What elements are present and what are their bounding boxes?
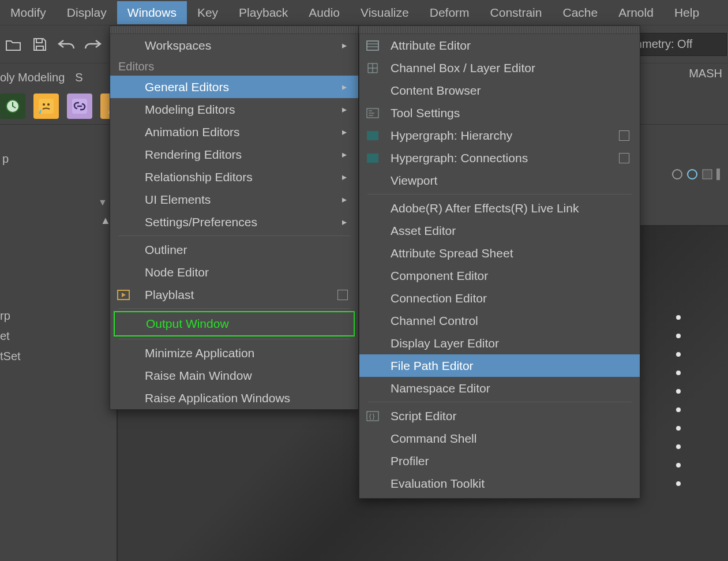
windows-menu-panel: Workspaces Editors General Editors Model… [110, 25, 359, 410]
menu-key[interactable]: Key [187, 1, 228, 24]
menu-general-editors[interactable]: General Editors [110, 76, 358, 98]
hypergraph-conn-icon [364, 149, 381, 167]
general-editors-submenu: Attribute Editor Channel Box / Layer Edi… [359, 25, 640, 499]
sub-ae-live-link[interactable]: Adobe(R) After Effects(R) Live Link [359, 197, 640, 219]
viewport-shade4-icon[interactable] [716, 169, 720, 180]
sub-tool-settings[interactable]: Tool Settings [359, 102, 640, 124]
sub-component-editor[interactable]: Component Editor [359, 264, 640, 287]
menu-relationship-editors[interactable]: Relationship Editors [110, 166, 358, 188]
submenu-label: Namespace Editor [391, 382, 490, 395]
svg-point-2 [43, 103, 45, 106]
submenu-label: Attribute Editor [391, 39, 471, 53]
submenu-label: Evaluation Toolkit [391, 477, 485, 491]
hypergraph-hierarchy-options-icon[interactable] [619, 130, 629, 141]
submenu-label: Channel Box / Layer Editor [391, 61, 535, 75]
menu-raise-main[interactable]: Raise Main Window [110, 364, 358, 387]
menu-help[interactable]: Help [664, 1, 710, 24]
menu-label: Workspaces [145, 39, 211, 53]
channel-box-icon [364, 59, 381, 77]
sub-script-editor[interactable]: { } Script Editor [359, 405, 640, 427]
menu-label: UI Elements [145, 193, 211, 207]
menu-node-editor[interactable]: Node Editor [110, 261, 358, 283]
sub-profiler[interactable]: Profiler [359, 450, 640, 472]
sub-evaluation-toolkit[interactable]: Evaluation Toolkit [359, 472, 640, 495]
shelf-link-icon[interactable] [67, 94, 92, 119]
panel-label: p [0, 150, 115, 171]
menu-visualize[interactable]: Visualize [350, 1, 419, 24]
sub-attribute-spread[interactable]: Attribute Spread Sheet [359, 242, 640, 264]
menu-minimize-app[interactable]: Minimize Application [110, 342, 358, 364]
outliner-item[interactable]: tSet [0, 346, 21, 366]
sub-asset-editor[interactable]: Asset Editor [359, 219, 640, 242]
submenu-tearoff-grip[interactable] [359, 26, 640, 34]
submenu-label: Component Editor [391, 269, 488, 283]
save-icon[interactable] [28, 33, 51, 56]
outliner-item[interactable]: et [0, 326, 21, 346]
menu-audio[interactable]: Audio [298, 1, 350, 24]
menu-rendering-editors[interactable]: Rendering Editors [110, 143, 358, 166]
menu-playblast[interactable]: Playblast [110, 283, 358, 306]
menu-deform[interactable]: Deform [419, 1, 480, 24]
shelf-tab-poly[interactable]: oly Modeling [0, 68, 75, 88]
menu-playback[interactable]: Playback [228, 1, 298, 24]
sub-channel-control[interactable]: Channel Control [359, 309, 640, 332]
shelf-tab-mash[interactable]: MASH [689, 67, 722, 80]
submenu-label: Script Editor [391, 409, 456, 423]
undo-icon[interactable] [55, 33, 78, 56]
viewport-shade2-icon[interactable] [686, 169, 698, 180]
submenu-divider [367, 194, 632, 195]
svg-text:{ }: { } [369, 413, 375, 420]
menu-modify[interactable]: Modify [0, 1, 57, 24]
sub-hypergraph-connections[interactable]: Hypergraph: Connections [359, 147, 640, 169]
menu-constrain[interactable]: Constrain [480, 1, 553, 24]
sub-viewport[interactable]: Viewport [359, 169, 640, 192]
svg-rect-13 [367, 131, 378, 140]
menu-output-window[interactable]: Output Window [114, 311, 355, 336]
viewport-shade-icon[interactable] [671, 169, 683, 180]
hypergraph-connections-options-icon[interactable] [619, 153, 629, 163]
menu-settings-prefs[interactable]: Settings/Preferences [110, 211, 358, 233]
menu-ui-elements[interactable]: UI Elements [110, 188, 358, 211]
shelf-tab-s[interactable]: S [75, 68, 93, 88]
menu-divider [118, 308, 350, 309]
menu-raise-all[interactable]: Raise Application Windows [110, 387, 358, 409]
sub-command-shell[interactable]: Command Shell [359, 427, 640, 450]
menu-modeling-editors[interactable]: Modeling Editors [110, 98, 358, 121]
submenu-label: Attribute Spread Sheet [391, 246, 513, 260]
submenu-label: Tool Settings [391, 106, 460, 120]
sub-namespace-editor[interactable]: Namespace Editor [359, 377, 640, 399]
menu-arnold[interactable]: Arnold [608, 1, 664, 24]
open-folder-icon[interactable] [2, 33, 25, 56]
menu-section-editors: Editors [110, 57, 358, 76]
shelf-emoji-icon[interactable] [33, 94, 59, 119]
menu-label: General Editors [145, 80, 229, 94]
viewport-shade3-icon[interactable] [701, 169, 713, 180]
sub-connection-editor[interactable]: Connection Editor [359, 287, 640, 309]
sub-channel-box[interactable]: Channel Box / Layer Editor [359, 57, 640, 79]
menu-label: Raise Main Window [145, 369, 252, 383]
menu-display[interactable]: Display [57, 1, 117, 24]
menu-label: Relationship Editors [145, 170, 253, 184]
menu-windows[interactable]: Windows [117, 1, 187, 24]
menu-label: Playblast [145, 288, 194, 302]
menu-cache[interactable]: Cache [552, 1, 608, 24]
menu-label: Rendering Editors [145, 148, 242, 162]
menu-outliner[interactable]: Outliner [110, 238, 358, 261]
sub-attribute-editor[interactable]: Attribute Editor [359, 34, 640, 57]
menu-label: Raise Application Windows [145, 391, 290, 405]
outliner-item[interactable]: rp [0, 306, 21, 326]
sub-display-layer-editor[interactable]: Display Layer Editor [359, 332, 640, 354]
sub-hypergraph-hierarchy[interactable]: Hypergraph: Hierarchy [359, 124, 640, 147]
sub-file-path-editor[interactable]: File Path Editor [359, 354, 640, 377]
submenu-label: Profiler [391, 454, 429, 468]
svg-rect-11 [367, 41, 378, 50]
playblast-options-icon[interactable] [337, 290, 348, 300]
menu-workspaces[interactable]: Workspaces [110, 34, 358, 57]
panel-chevron-down-icon[interactable]: ▼ [98, 197, 107, 208]
shelf-clock-icon[interactable] [0, 94, 25, 119]
menu-tearoff-grip[interactable] [110, 26, 358, 34]
redo-icon[interactable] [81, 33, 104, 56]
submenu-label: Display Layer Editor [391, 336, 499, 350]
sub-content-browser[interactable]: Content Browser [359, 79, 640, 102]
menu-animation-editors[interactable]: Animation Editors [110, 121, 358, 143]
